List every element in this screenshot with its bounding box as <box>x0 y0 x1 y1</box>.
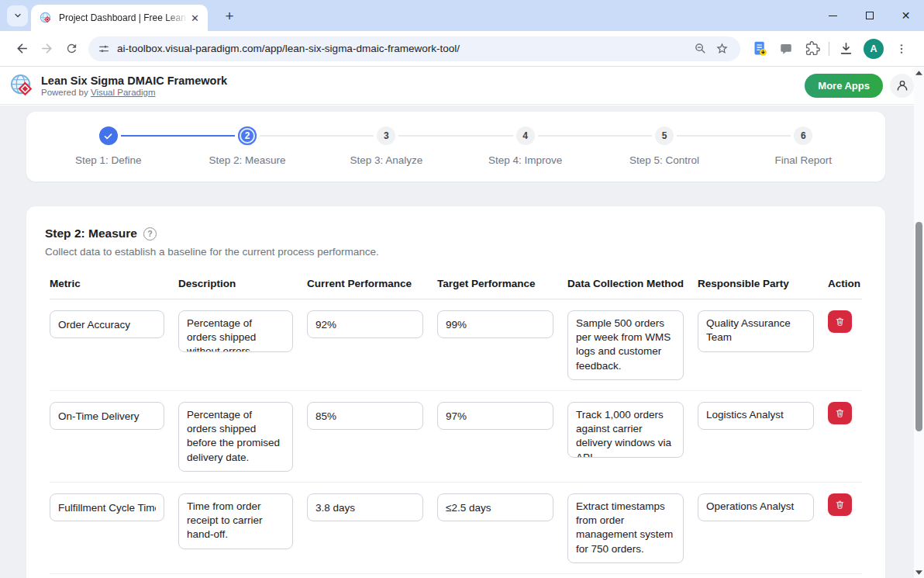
extensions-puzzle-icon[interactable] <box>799 36 826 61</box>
app-title-block: Lean Six Sigma DMAIC Framework Powered b… <box>41 74 805 97</box>
metric-input[interactable] <box>50 310 164 338</box>
measure-card: Step 2: Measure ? Collect data to establ… <box>26 206 885 578</box>
current-performance-input[interactable] <box>307 310 423 338</box>
col-header-responsible-party: Responsible Party <box>698 278 828 289</box>
page-content: Step 1: Define 2 Step 2: Measure 3 Step … <box>0 106 924 578</box>
back-arrow-icon <box>15 41 29 56</box>
stepper-step-control: 5 Step 5: Control <box>595 126 733 166</box>
step-2-circle[interactable]: 2 <box>238 126 257 145</box>
tab-close-icon[interactable]: ✕ <box>188 12 202 25</box>
step-6-label[interactable]: Final Report <box>734 154 873 166</box>
browser-tab[interactable]: Project Dashboard | Free Lean S ✕ <box>31 5 208 31</box>
table-header-row: Metric Description Current Performance T… <box>50 278 862 299</box>
delete-row-button[interactable] <box>828 402 852 424</box>
step-4-circle[interactable]: 4 <box>516 126 535 145</box>
browser-profile-avatar[interactable]: A <box>864 39 884 59</box>
metric-input[interactable] <box>50 493 164 521</box>
browser-menu-button[interactable] <box>888 36 915 61</box>
site-settings-icon[interactable] <box>98 43 110 55</box>
zoom-level-icon[interactable] <box>689 38 711 60</box>
section-title: Step 2: Measure <box>45 227 137 241</box>
step-5-label[interactable]: Step 5: Control <box>595 154 733 166</box>
metrics-table: Metric Description Current Performance T… <box>45 278 867 578</box>
download-icon <box>839 41 853 56</box>
trash-icon <box>835 317 845 327</box>
more-apps-button[interactable]: More Apps <box>805 74 883 98</box>
step-1-label[interactable]: Step 1: Define <box>39 154 178 166</box>
step-2-label[interactable]: Step 2: Measure <box>178 154 316 166</box>
visual-paradigm-link[interactable]: Visual Paradigm <box>91 88 156 97</box>
minimize-icon <box>829 16 837 16</box>
data-collection-method-input[interactable]: Extract timestamps from order management… <box>567 493 684 563</box>
reload-button[interactable] <box>59 36 84 61</box>
step-4-label[interactable]: Step 4: Improve <box>456 154 595 166</box>
scrollbar-down-arrow[interactable] <box>914 567 924 577</box>
trash-icon <box>835 408 845 418</box>
col-header-data-collection-method: Data Collection Method <box>567 278 698 289</box>
back-button[interactable] <box>9 36 34 61</box>
responsible-party-input[interactable]: Quality Assurance Team <box>698 310 814 352</box>
data-collection-method-input[interactable]: Track 1,000 orders against carrier deliv… <box>567 402 684 458</box>
scrollbar-thumb[interactable] <box>915 222 922 431</box>
responsible-party-input[interactable]: Logistics Analyst <box>698 402 814 430</box>
person-icon <box>895 78 909 92</box>
window-minimize-button[interactable] <box>815 0 851 31</box>
trash-icon <box>835 500 845 510</box>
col-header-current-performance: Current Performance <box>307 278 437 289</box>
downloads-button[interactable] <box>833 36 859 61</box>
step-3-label[interactable]: Step 3: Analyze <box>317 154 456 166</box>
check-icon <box>103 131 113 141</box>
target-performance-input[interactable] <box>437 310 553 338</box>
current-performance-input[interactable] <box>307 402 423 430</box>
delete-row-button[interactable] <box>828 310 852 333</box>
window-maximize-button[interactable] <box>851 0 888 31</box>
extension-doc-offline-icon[interactable] <box>746 36 773 61</box>
delete-row-button[interactable] <box>828 493 852 516</box>
forward-arrow-icon <box>40 41 54 56</box>
description-input[interactable]: Time from order receipt to carrier hand-… <box>178 493 293 549</box>
step-1-circle[interactable] <box>99 126 118 145</box>
extension-comment-icon[interactable] <box>773 36 799 61</box>
reload-icon <box>65 42 78 55</box>
chevron-down-icon <box>13 11 22 20</box>
app-header: Lean Six Sigma DMAIC Framework Powered b… <box>0 67 924 105</box>
url-text[interactable]: ai-toolbox.visual-paradigm.com/app/lean-… <box>117 43 689 54</box>
help-icon[interactable]: ? <box>143 227 157 241</box>
close-icon: ✕ <box>902 10 911 21</box>
user-account-button[interactable] <box>890 74 914 98</box>
target-performance-input[interactable] <box>437 402 553 430</box>
description-input[interactable]: Percentage of orders shipped without err… <box>178 310 293 352</box>
forward-button[interactable] <box>34 36 59 61</box>
responsible-party-input[interactable]: Operations Analyst <box>698 493 814 521</box>
description-input[interactable]: Percentage of orders shipped before the … <box>178 402 293 472</box>
table-row: Time from order receipt to carrier hand-… <box>50 483 862 574</box>
window-close-button[interactable]: ✕ <box>888 0 924 31</box>
three-dots-icon <box>895 43 908 55</box>
step-6-circle[interactable]: 6 <box>794 126 812 145</box>
stepper-step-define: Step 1: Define <box>39 126 178 166</box>
browser-toolbar: ai-toolbox.visual-paradigm.com/app/lean-… <box>0 31 924 67</box>
step-5-circle[interactable]: 5 <box>655 126 674 145</box>
data-collection-method-input[interactable]: Sample 500 orders per week from WMS logs… <box>567 310 684 380</box>
browser-titlebar: Project Dashboard | Free Lean S ✕ + ✕ <box>0 0 924 31</box>
stepper-step-final-report: 6 Final Report <box>734 126 873 166</box>
maximize-icon <box>866 12 874 19</box>
table-row: Percentage of orders shipped before the … <box>50 391 862 483</box>
stepper-step-improve: 4 Step 4: Improve <box>456 126 595 166</box>
toolbar-divider <box>829 42 829 56</box>
tab-search-button[interactable] <box>7 5 28 26</box>
page-scrollbar <box>914 67 924 578</box>
col-header-target-performance: Target Performance <box>437 278 567 289</box>
window-controls: ✕ <box>815 0 924 31</box>
current-performance-input[interactable] <box>307 493 423 521</box>
app-title: Lean Six Sigma DMAIC Framework <box>41 74 805 88</box>
metric-input[interactable] <box>50 402 164 430</box>
scrollbar-up-arrow[interactable] <box>914 67 924 78</box>
col-header-metric: Metric <box>50 278 178 289</box>
address-bar[interactable]: ai-toolbox.visual-paradigm.com/app/lean-… <box>88 36 740 61</box>
step-3-circle[interactable]: 3 <box>377 126 395 145</box>
col-header-description: Description <box>178 278 307 289</box>
new-tab-button[interactable]: + <box>220 7 239 26</box>
target-performance-input[interactable] <box>437 493 553 521</box>
bookmark-star-icon[interactable] <box>711 38 733 60</box>
